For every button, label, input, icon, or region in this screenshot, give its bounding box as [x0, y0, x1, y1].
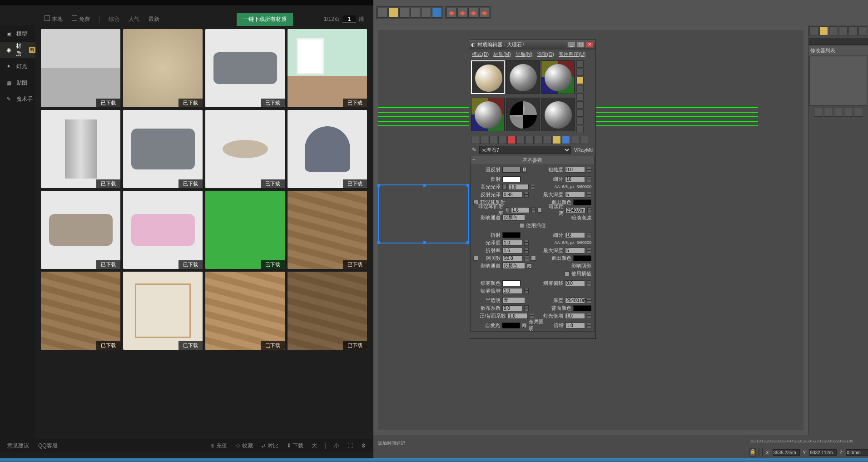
mat-tool-button[interactable]	[571, 136, 579, 144]
affect-dropdown[interactable]: 仅颜色	[502, 214, 525, 221]
sort-最新[interactable]: 最新	[149, 15, 159, 23]
tool-button[interactable]	[388, 8, 398, 18]
minimize-button[interactable]: _	[567, 41, 575, 48]
tool-button[interactable]	[421, 8, 431, 18]
asset-item[interactable]: 已下载	[288, 29, 367, 107]
lock-button[interactable]: L	[505, 207, 509, 213]
slot-tool-button[interactable]	[576, 101, 584, 109]
slot-tool-button[interactable]	[576, 60, 584, 68]
material-type-label[interactable]: VRayMtl	[574, 147, 593, 153]
slot-tool-button[interactable]	[576, 93, 584, 100]
modifier-stack[interactable]	[809, 56, 867, 106]
settings-icon[interactable]: ⚙	[361, 442, 366, 449]
delete-button[interactable]	[507, 136, 516, 144]
slot-tool-button[interactable]	[576, 77, 584, 84]
motion-tab[interactable]	[839, 26, 848, 35]
gloss-spinner[interactable]: 1.0	[502, 240, 522, 246]
spinner-arrows[interactable]	[587, 313, 591, 319]
slot-tool-button[interactable]	[576, 118, 584, 125]
qq-support-link[interactable]: QQ客服	[38, 442, 58, 450]
material-slot[interactable]	[506, 98, 540, 131]
sort-综合[interactable]: 综合	[109, 15, 119, 23]
material-slot[interactable]	[541, 98, 575, 131]
remove-button[interactable]	[844, 108, 853, 117]
subdiv2-spinner[interactable]: 16	[565, 232, 585, 238]
eyedropper-icon[interactable]: ✎	[472, 147, 476, 153]
unique-button[interactable]	[834, 108, 843, 117]
snap2-button[interactable]	[762, 448, 763, 457]
fog-swatch[interactable]	[502, 280, 521, 286]
spinner-arrows[interactable]	[587, 280, 591, 286]
asset-item[interactable]: 已下载	[41, 272, 120, 350]
lock-button[interactable]: L	[502, 184, 507, 190]
size-big-button[interactable]: 大	[312, 442, 317, 450]
x-input[interactable]	[773, 449, 800, 456]
asset-item[interactable]: 已下载	[288, 110, 367, 188]
size-small-button[interactable]: 小	[334, 442, 339, 450]
sidebar-item-model[interactable]: ▣ 模型	[0, 25, 35, 42]
mat-tool-button[interactable]	[489, 136, 497, 144]
asset-item[interactable]: 已下载	[123, 29, 203, 107]
object-name-input[interactable]	[809, 38, 868, 45]
spinner-arrows[interactable]	[587, 207, 591, 213]
asset-item[interactable]: 已下载	[123, 191, 203, 269]
mult-spinner[interactable]: 1.0	[565, 323, 585, 328]
tool-button[interactable]	[410, 8, 420, 18]
sort-人气[interactable]: 人气	[129, 15, 139, 23]
utilities-tab[interactable]	[858, 26, 868, 35]
spinner-arrows[interactable]	[524, 248, 529, 253]
thick-spinner[interactable]: 25400.0m	[565, 298, 585, 303]
lightmult-spinner[interactable]: 1.0	[565, 313, 585, 319]
exit2-checkbox[interactable]	[531, 256, 536, 261]
geometry-blue-selected[interactable]	[378, 184, 469, 243]
asset-item[interactable]: 已下载	[288, 191, 367, 269]
slot-tool-button[interactable]	[576, 109, 584, 117]
exitcolor2-swatch[interactable]	[573, 255, 591, 261]
viewport[interactable]: ◐ 材质编辑器 - 大理石7 _ ▢ ✕ 模式(D) 材质(M) 导航(N) 选…	[373, 25, 808, 435]
teapot-icon[interactable]: 🫖	[468, 8, 478, 18]
scatter-spinner[interactable]: 0.0	[502, 305, 522, 311]
snap-button[interactable]	[759, 448, 759, 457]
mat-tool-button[interactable]	[516, 136, 525, 144]
asset-item[interactable]: 已下载	[41, 110, 120, 188]
exitcolor-swatch[interactable]	[573, 199, 591, 205]
pin-button[interactable]	[814, 108, 823, 117]
tool-button[interactable]	[377, 8, 387, 18]
add-time-marker[interactable]: 添加时间标记	[378, 440, 405, 447]
close-button[interactable]: ✕	[585, 41, 594, 48]
slot-tool-button[interactable]	[576, 69, 584, 76]
teapot-icon[interactable]: 🫖	[457, 8, 467, 18]
asset-item[interactable]: 已下载	[41, 191, 120, 269]
z-input[interactable]	[846, 449, 868, 456]
spinner-arrows[interactable]	[524, 240, 529, 246]
filter-local[interactable]: 本地	[45, 15, 63, 23]
affect2-dropdown[interactable]: 仅颜色	[502, 263, 525, 269]
rglossy-spinner[interactable]: 0.95	[502, 192, 522, 198]
dim-spinner[interactable]: 2540.0m	[565, 207, 585, 213]
tool-button[interactable]	[432, 8, 442, 18]
checkbox-icon[interactable]	[45, 15, 50, 21]
page-go-button[interactable]: 跳	[359, 15, 364, 23]
interp2-checkbox[interactable]	[565, 271, 570, 276]
map-button[interactable]: M	[522, 167, 527, 173]
configure-button[interactable]	[854, 108, 863, 117]
tool-button[interactable]	[399, 8, 409, 18]
trans-dropdown[interactable]: 无	[502, 297, 525, 303]
spinner-arrows[interactable]	[587, 232, 591, 238]
mat-tool-button[interactable]	[562, 136, 570, 144]
spinner-arrows[interactable]	[530, 313, 534, 319]
create-tab[interactable]	[809, 26, 818, 35]
download-button[interactable]: ⬇ 下载	[287, 442, 303, 450]
display-tab[interactable]	[848, 26, 858, 35]
slot-tool-button[interactable]	[576, 85, 584, 92]
teapot-icon[interactable]: 🫖	[446, 8, 456, 18]
menu-nav[interactable]: 导航(N)	[516, 51, 532, 58]
material-name-dropdown[interactable]: 大理石7	[479, 146, 571, 154]
sidebar-item-material[interactable]: ◉ 材质 料	[0, 42, 35, 58]
fresnelior-spinner[interactable]: 1.6	[511, 207, 530, 213]
spinner-arrows[interactable]	[524, 288, 529, 294]
ior-spinner[interactable]: 1.6	[502, 248, 522, 253]
spinner-arrows[interactable]	[524, 305, 529, 311]
feedback-link[interactable]: 意见建议	[7, 442, 29, 450]
modifier-list-header[interactable]: 修改器列表	[808, 46, 868, 55]
